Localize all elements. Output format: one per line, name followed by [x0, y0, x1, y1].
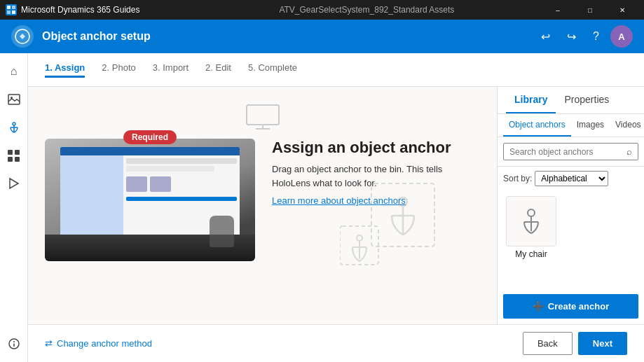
main-content: Required — [28, 87, 644, 324]
create-icon: ➕ — [533, 301, 544, 312]
tab-properties[interactable]: Properties — [556, 87, 617, 113]
footer: ⇄ Change anchor method Back Next — [28, 324, 644, 362]
next-button[interactable]: Next — [578, 332, 627, 355]
sidebar-item-anchor[interactable] — [1, 115, 27, 140]
panel-tabs: Library Properties — [498, 87, 644, 114]
step-photo[interactable]: 2. Photo — [102, 62, 135, 78]
undo-button[interactable]: ↩ — [535, 27, 556, 46]
svg-rect-10 — [15, 150, 20, 155]
left-sidebar: ⌂ — [0, 53, 28, 362]
step-1-label: 1. Assign — [45, 62, 85, 73]
change-anchor-button[interactable]: ⇄ Change anchor method — [45, 338, 152, 349]
sub-tab-videos[interactable]: Videos — [610, 114, 644, 137]
sidebar-item-home[interactable]: ⌂ — [1, 59, 27, 84]
file-title: ATV_GearSelectSystem_892_Standard Assets — [196, 5, 537, 15]
step-4-label: 2. Edit — [205, 62, 231, 73]
sub-tabs: Object anchors Images Videos 3D toolkit — [498, 114, 644, 137]
svg-point-27 — [528, 209, 535, 216]
step-edit[interactable]: 2. Edit — [205, 62, 231, 78]
search-icon: ⌕ — [626, 146, 632, 157]
svg-rect-0 — [7, 6, 11, 9]
monitor-hint-icon — [245, 104, 280, 130]
step-assign[interactable]: 1. Assign — [45, 62, 85, 78]
content-area: 1. Assign 2. Photo 3. Import 2. Edit 5. … — [28, 53, 644, 362]
sort-by-label: Sort by: — [503, 174, 532, 183]
header-title: Object anchor setup — [42, 30, 527, 43]
left-content: Required — [28, 87, 497, 324]
svg-rect-1 — [12, 6, 15, 9]
change-anchor-icon: ⇄ — [45, 338, 53, 349]
sub-tab-images[interactable]: Images — [571, 114, 610, 137]
search-container: ⌕ — [498, 137, 644, 167]
anchor-thumbnail — [506, 196, 556, 246]
search-input[interactable] — [509, 147, 624, 157]
step-import[interactable]: 3. Import — [153, 62, 189, 78]
step-2-label: 2. Photo — [102, 62, 135, 73]
tab-library[interactable]: Library — [506, 87, 556, 113]
svg-rect-3 — [12, 11, 15, 14]
sidebar-item-info[interactable] — [1, 331, 27, 356]
svg-rect-9 — [8, 150, 13, 155]
create-anchor-button[interactable]: ➕ Create anchor — [503, 294, 638, 319]
svg-point-14 — [13, 341, 15, 342]
footer-nav: Back Next — [523, 332, 627, 355]
restore-button[interactable]: □ — [574, 0, 606, 20]
laptop-image — [45, 139, 255, 261]
titlebar: Microsoft Dynamics 365 Guides ATV_GearSe… — [0, 0, 644, 20]
app-icon — [6, 4, 17, 15]
back-button[interactable]: Back — [523, 332, 573, 355]
svg-point-23 — [357, 235, 362, 241]
sub-tab-object-anchors[interactable]: Object anchors — [503, 114, 571, 137]
step-complete[interactable]: 5. Complete — [248, 62, 297, 78]
svg-rect-12 — [15, 157, 20, 162]
drop-zone-hint — [45, 104, 480, 130]
help-button[interactable]: ? — [587, 27, 605, 46]
svg-rect-11 — [8, 157, 13, 162]
required-badge: Required — [123, 130, 177, 144]
sidebar-item-apps[interactable] — [1, 143, 27, 168]
svg-rect-5 — [8, 95, 20, 104]
main-layout: ⌂ 1. Assign 2. Photo 3. Import — [0, 53, 644, 362]
search-box: ⌕ — [503, 143, 638, 160]
library-items: My chair — [498, 190, 644, 288]
library-item-name: My chair — [515, 249, 547, 259]
avatar[interactable]: A — [610, 25, 633, 48]
list-item[interactable]: My chair — [503, 196, 559, 259]
close-button[interactable]: ✕ — [606, 0, 638, 20]
svg-rect-16 — [247, 105, 279, 125]
drop-zones-illustration — [340, 175, 466, 275]
svg-rect-2 — [7, 11, 11, 14]
header: Object anchor setup ↩ ↪ ? A — [0, 20, 644, 53]
change-anchor-label: Change anchor method — [57, 338, 152, 349]
svg-point-7 — [13, 123, 15, 125]
app-logo — [11, 25, 34, 48]
app-title: Microsoft Dynamics 365 Guides — [21, 5, 192, 15]
sort-select[interactable]: Alphabetical Date created Date modified — [535, 171, 608, 186]
step-5-label: 5. Complete — [248, 62, 297, 73]
create-anchor-label: Create anchor — [548, 301, 609, 312]
main-heading: Assign an object anchor — [272, 139, 480, 157]
minimize-button[interactable]: – — [542, 0, 574, 20]
wizard-steps: 1. Assign 2. Photo 3. Import 2. Edit 5. … — [28, 53, 644, 87]
sort-row: Sort by: Alphabetical Date created Date … — [498, 167, 644, 190]
header-actions: ↩ ↪ ? A — [535, 25, 633, 48]
sidebar-item-image[interactable] — [1, 87, 27, 112]
step-3-label: 3. Import — [153, 62, 189, 73]
redo-button[interactable]: ↪ — [561, 27, 582, 46]
window-controls: – □ ✕ — [542, 0, 638, 20]
sidebar-item-play[interactable] — [1, 171, 27, 196]
right-panel: Library Properties Object anchors Images… — [497, 87, 644, 324]
svg-point-19 — [399, 197, 407, 206]
